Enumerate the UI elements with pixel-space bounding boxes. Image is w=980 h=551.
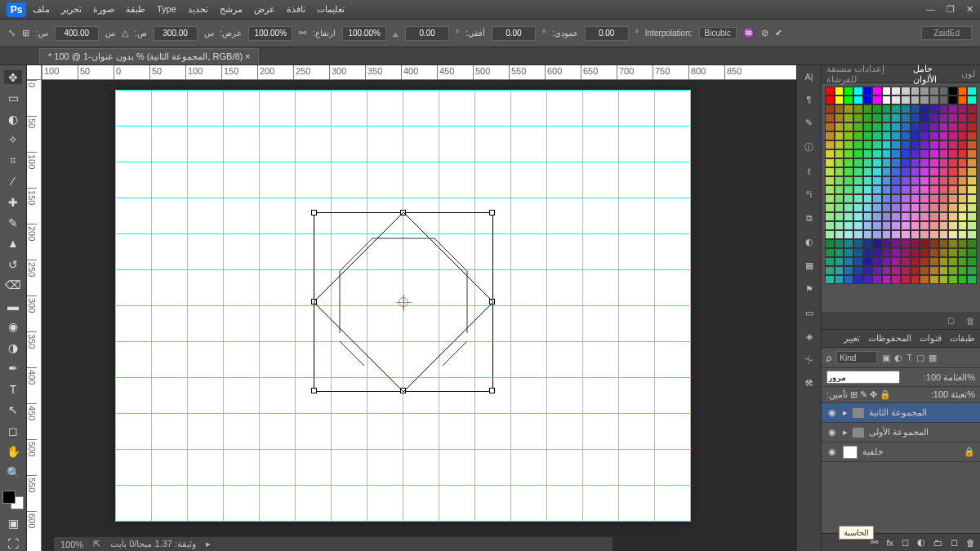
swatch[interactable]: [863, 194, 873, 203]
swatch[interactable]: [891, 87, 901, 96]
swatch[interactable]: [911, 131, 920, 140]
swatch[interactable]: [911, 149, 920, 158]
swatch[interactable]: [835, 203, 844, 212]
info-panel-icon[interactable]: ⓘ: [804, 141, 813, 153]
swatch[interactable]: [844, 185, 853, 194]
swatch[interactable]: [929, 239, 939, 248]
menu-layer[interactable]: طبقة: [126, 4, 145, 15]
swatch[interactable]: [853, 96, 863, 104]
swatch[interactable]: [872, 239, 882, 248]
swatch[interactable]: [948, 194, 958, 203]
swatch[interactable]: [891, 131, 901, 140]
swatch[interactable]: [825, 248, 835, 257]
swatch[interactable]: [853, 87, 863, 96]
swatch[interactable]: [872, 96, 882, 104]
swatch[interactable]: [958, 230, 968, 239]
scaley-input[interactable]: [342, 26, 386, 41]
lock-position-icon[interactable]: ✥: [870, 389, 877, 399]
path-select-tool[interactable]: ↖: [4, 403, 22, 417]
swatch[interactable]: [825, 149, 835, 158]
swatch[interactable]: [882, 266, 892, 275]
swatch[interactable]: [958, 104, 968, 113]
swatch[interactable]: [929, 275, 939, 284]
swatch[interactable]: [929, 212, 939, 221]
swatch[interactable]: [825, 194, 835, 203]
swatch[interactable]: [967, 149, 977, 158]
swatch[interactable]: [929, 131, 939, 140]
layer-name[interactable]: المجموعة الثانية: [869, 407, 927, 418]
swatch[interactable]: [958, 158, 968, 167]
swatch[interactable]: [863, 167, 873, 176]
layer-name[interactable]: خلفية: [862, 447, 884, 457]
swatch[interactable]: [948, 221, 958, 230]
styles-panel-icon[interactable]: ▦: [805, 260, 813, 271]
swatch[interactable]: [901, 239, 911, 248]
swatch[interactable]: [920, 230, 929, 239]
swatch[interactable]: [901, 266, 911, 275]
swatch[interactable]: [872, 266, 882, 275]
adjustment-icon[interactable]: ◐: [917, 537, 925, 548]
swatch[interactable]: [835, 149, 844, 158]
swatch[interactable]: [967, 239, 977, 248]
swatch[interactable]: [844, 275, 853, 284]
swatch[interactable]: [929, 185, 939, 194]
swatch[interactable]: [920, 87, 929, 96]
swatch[interactable]: [891, 212, 901, 221]
swatch[interactable]: [948, 104, 958, 113]
swatch[interactable]: [835, 96, 844, 104]
delete-swatch-icon[interactable]: 🗑: [966, 316, 975, 326]
swatch[interactable]: [967, 266, 977, 275]
swatch[interactable]: [929, 122, 939, 131]
swatch[interactable]: [948, 176, 958, 185]
swatch[interactable]: [948, 87, 958, 96]
swatch[interactable]: [872, 221, 882, 230]
swatch[interactable]: [948, 167, 958, 176]
healing-tool[interactable]: ✚: [4, 195, 22, 209]
tab-color[interactable]: لون: [961, 69, 975, 79]
swatch[interactable]: [920, 185, 929, 194]
swatch[interactable]: [920, 176, 929, 185]
swatch[interactable]: [825, 176, 835, 185]
swatch[interactable]: [901, 87, 911, 96]
swatch[interactable]: [853, 266, 863, 275]
swatch[interactable]: [920, 158, 929, 167]
swatch[interactable]: [844, 140, 853, 149]
swatch[interactable]: [920, 194, 929, 203]
swatch[interactable]: [844, 212, 853, 221]
swatch[interactable]: [967, 203, 977, 212]
lock-trans-icon[interactable]: ⊞: [850, 389, 858, 399]
status-menu-icon[interactable]: ▸: [206, 539, 211, 549]
swatch[interactable]: [948, 113, 958, 122]
swatch[interactable]: [882, 87, 892, 96]
swatch[interactable]: [939, 158, 949, 167]
swatch[interactable]: [872, 149, 882, 158]
swatch[interactable]: [967, 104, 977, 113]
lock-all-icon[interactable]: 🔒: [880, 389, 891, 399]
swatch[interactable]: [844, 104, 853, 113]
visibility-icon[interactable]: ◉: [826, 427, 838, 438]
swatch[interactable]: [853, 239, 863, 248]
swatch[interactable]: [929, 140, 939, 149]
swatch[interactable]: [911, 158, 920, 167]
swatch[interactable]: [948, 275, 958, 284]
swatch[interactable]: [891, 140, 901, 149]
filter-pixel-icon[interactable]: ▣: [882, 353, 890, 363]
swatch[interactable]: [882, 176, 892, 185]
swatch[interactable]: [835, 158, 844, 167]
swatch[interactable]: [948, 131, 958, 140]
swatch[interactable]: [929, 221, 939, 230]
swatch[interactable]: [920, 122, 929, 131]
tab-channels[interactable]: قنوات: [920, 333, 942, 344]
swatch[interactable]: [948, 239, 958, 248]
skewh-input[interactable]: [492, 26, 536, 41]
swatch[interactable]: [891, 230, 901, 239]
character-panel-icon[interactable]: A|: [804, 72, 813, 82]
swatch[interactable]: [882, 275, 892, 284]
swatch[interactable]: [929, 203, 939, 212]
reference-point-icon[interactable]: ⊞: [22, 28, 29, 38]
doc-size[interactable]: وثيقة: 1.37 ميجا/0 بايت: [110, 539, 196, 549]
swatch[interactable]: [882, 122, 892, 131]
minimize-icon[interactable]: —: [926, 4, 935, 15]
eraser-tool[interactable]: ⌫: [4, 278, 22, 292]
swatch[interactable]: [872, 131, 882, 140]
